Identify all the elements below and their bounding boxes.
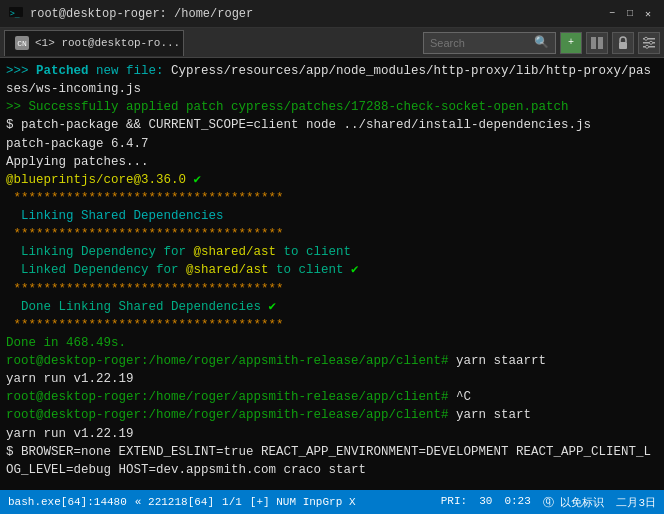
- terminal-line: >> Successfully applied patch cypress/pa…: [6, 98, 658, 116]
- terminal-line: Applying patches...: [6, 153, 658, 171]
- status-mode: [+] NUM InpGrp X: [250, 496, 356, 508]
- terminal-text: cypress/patches/17288-check-socket-open.…: [231, 100, 569, 114]
- terminal-text: ✔: [351, 263, 359, 277]
- status-process: bash.exe[64]:14480: [8, 496, 127, 508]
- terminal-line: yarn run v1.22.19: [6, 425, 658, 443]
- svg-point-11: [646, 45, 649, 48]
- terminal-text: patch-package && CURRENT_SCOPE=client no…: [21, 118, 591, 132]
- tab-bar: CN <1> root@desktop-ro... 🔍 +: [0, 28, 664, 58]
- status-pri: PRI:: [441, 495, 467, 510]
- terminal-text: @blueprintjs/core@3.36.0: [6, 173, 194, 187]
- terminal-line: >>> Patched new file: Cypress/resources/…: [6, 62, 658, 98]
- close-button[interactable]: ✕: [640, 6, 656, 22]
- terminal-text: root@desktop-roger:/home/roger/appsmith-…: [6, 354, 456, 368]
- terminal-text: yarn run v1.22.19: [6, 372, 134, 386]
- terminal-text: @shared/ast: [186, 263, 269, 277]
- terminal-text: yarn staarrt: [456, 354, 546, 368]
- terminal-text: $: [6, 118, 21, 132]
- terminal-line: root@desktop-roger:/home/roger/appsmith-…: [6, 388, 658, 406]
- terminal-tab[interactable]: CN <1> root@desktop-ro...: [4, 30, 184, 56]
- svg-rect-3: [591, 37, 596, 49]
- maximize-button[interactable]: □: [622, 6, 638, 22]
- title-bar: >_ root@desktop-roger: /home/roger − □ ✕: [0, 0, 664, 28]
- terminal-text: @shared/ast: [194, 245, 277, 259]
- terminal-text: ✔: [269, 300, 277, 314]
- terminal-line: yarn run v1.22.19: [6, 370, 658, 388]
- terminal-line: Linking Shared Dependencies: [6, 207, 658, 225]
- terminal-line: Done Linking Shared Dependencies ✔: [6, 298, 658, 316]
- terminal-text: ^C: [456, 390, 471, 404]
- terminal-text: ************************************: [6, 227, 284, 241]
- status-buffer: « 221218[64]: [135, 496, 214, 508]
- terminal-line: $ patch-package && CURRENT_SCOPE=client …: [6, 116, 658, 134]
- terminal-icon: >_: [8, 6, 24, 22]
- status-time: 0:23: [504, 495, 530, 510]
- terminal-line: Linking Dependency for @shared/ast to cl…: [6, 243, 658, 261]
- terminal-line: patch-package 6.4.7: [6, 135, 658, 153]
- terminal-text: BROWSER=none EXTEND_ESLINT=true REACT_AP…: [6, 445, 651, 477]
- title-bar-text: root@desktop-roger: /home/roger: [30, 7, 604, 21]
- terminal-text: to client: [269, 263, 352, 277]
- status-num: 30: [479, 495, 492, 510]
- status-bar: bash.exe[64]:14480 « 221218[64] 1/1 [+] …: [0, 490, 664, 514]
- split-button[interactable]: [586, 32, 608, 54]
- terminal-line: Done in 468.49s.: [6, 334, 658, 352]
- terminal-line: ************************************: [6, 316, 658, 334]
- minimize-button[interactable]: −: [604, 6, 620, 22]
- terminal-text: Done in 468.49s.: [6, 336, 126, 350]
- terminal-text: Applying patches...: [6, 155, 149, 169]
- terminal-line: ************************************: [6, 225, 658, 243]
- search-area: 🔍 +: [423, 32, 660, 54]
- terminal-text: Linking Shared Dependencies: [6, 209, 224, 223]
- tab-label: <1> root@desktop-ro...: [35, 37, 180, 49]
- terminal-text: ************************************: [6, 282, 284, 296]
- terminal-line: ************************************: [6, 280, 658, 298]
- search-box: 🔍: [423, 32, 556, 54]
- svg-rect-5: [619, 42, 627, 49]
- terminal-line: $ BROWSER=none EXTEND_ESLINT=true REACT_…: [6, 443, 658, 479]
- status-right: PRI: 30 0:23 ⓠ 以免标识 二月3日: [441, 495, 656, 510]
- terminal-text: Patched: [36, 64, 89, 78]
- search-input[interactable]: [430, 37, 530, 49]
- status-position: 1/1: [222, 496, 242, 508]
- search-icon[interactable]: 🔍: [534, 35, 549, 50]
- terminal-text: yarn run v1.22.19: [6, 427, 134, 441]
- terminal-text: >> Successfully applied patch: [6, 100, 231, 114]
- tab-icon: CN: [15, 36, 29, 50]
- terminal-line: root@desktop-roger:/home/roger/appsmith-…: [6, 352, 658, 370]
- svg-rect-4: [598, 37, 603, 49]
- terminal-text: ************************************: [6, 318, 284, 332]
- add-tab-button[interactable]: +: [560, 32, 582, 54]
- terminal-text: new file:: [89, 64, 172, 78]
- status-date: 二月3日: [616, 495, 656, 510]
- terminal-text: Linked Dependency for: [6, 263, 186, 277]
- terminal-text: ✔: [194, 173, 202, 187]
- window-controls: − □ ✕: [604, 6, 656, 22]
- terminal-text: ************************************: [6, 191, 284, 205]
- terminal-text: Linking Dependency for: [6, 245, 194, 259]
- terminal-text: $: [6, 445, 21, 459]
- svg-point-10: [650, 41, 653, 44]
- lock-button[interactable]: [612, 32, 634, 54]
- terminal-text: patch-package 6.4.7: [6, 137, 149, 151]
- terminal-text: Done Linking Shared Dependencies: [6, 300, 269, 314]
- terminal-text: >>>: [6, 64, 36, 78]
- terminal-line: ************************************: [6, 189, 658, 207]
- terminal-text: root@desktop-roger:/home/roger/appsmith-…: [6, 390, 456, 404]
- terminal-text: yarn start: [456, 408, 531, 422]
- terminal-text: to client: [276, 245, 351, 259]
- settings-button[interactable]: [638, 32, 660, 54]
- terminal-line: Linked Dependency for @shared/ast to cli…: [6, 261, 658, 279]
- svg-text:>_: >_: [10, 9, 20, 18]
- terminal-output: >>> Patched new file: Cypress/resources/…: [0, 58, 664, 490]
- terminal-line: root@desktop-roger:/home/roger/appsmith-…: [6, 406, 658, 424]
- svg-point-9: [645, 37, 648, 40]
- terminal-line: @blueprintjs/core@3.36.0 ✔: [6, 171, 658, 189]
- status-icon: ⓠ 以免标识: [543, 495, 605, 510]
- terminal-text: root@desktop-roger:/home/roger/appsmith-…: [6, 408, 456, 422]
